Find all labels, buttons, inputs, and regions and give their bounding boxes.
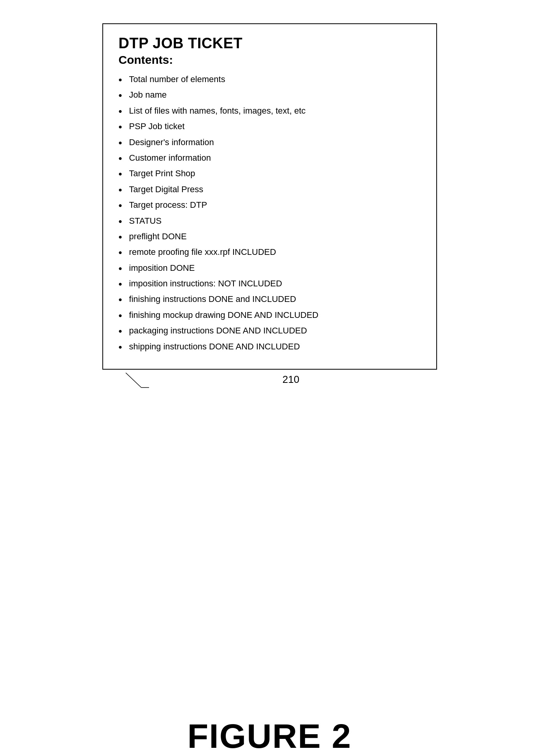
bullet-icon: •	[119, 246, 122, 260]
svg-line-0	[126, 373, 141, 388]
ticket-title: DTP JOB TICKET	[119, 35, 421, 52]
list-item-text: imposition instructions: NOT INCLUDED	[129, 278, 421, 290]
bullet-icon: •	[119, 340, 122, 354]
bullet-icon: •	[119, 309, 122, 323]
list-item: •Designer's information	[119, 137, 421, 150]
list-item: •imposition DONE	[119, 262, 421, 275]
list-item-text: STATUS	[129, 215, 421, 227]
list-item: •Total number of elements	[119, 74, 421, 87]
list-item: •finishing mockup drawing DONE AND INCLU…	[119, 309, 421, 323]
list-item-text: finishing instructions DONE and INCLUDED	[129, 293, 421, 305]
bullet-icon: •	[119, 230, 122, 244]
list-item-text: Customer information	[129, 152, 421, 164]
list-item-text: Target Print Shop	[129, 168, 421, 180]
bullet-icon: •	[119, 104, 122, 118]
bullet-icon: •	[119, 151, 122, 165]
bullet-icon: •	[119, 88, 122, 102]
ticket-box: DTP JOB TICKET Contents: •Total number o…	[102, 23, 437, 370]
figure-label: FIGURE 2	[188, 716, 352, 756]
figure-number: 210	[240, 374, 299, 386]
list-item-text: preflight DONE	[129, 231, 421, 243]
list-item: •preflight DONE	[119, 231, 421, 244]
list-item: •Target Print Shop	[119, 168, 421, 181]
list-item: •remote proofing file xxx.rpf INCLUDED	[119, 246, 421, 260]
page-container: DTP JOB TICKET Contents: •Total number o…	[0, 0, 539, 756]
bullet-icon: •	[119, 198, 122, 212]
number-row: 210	[102, 374, 437, 386]
bullet-icon: •	[119, 214, 122, 228]
list-item-text: finishing mockup drawing DONE AND INCLUD…	[129, 309, 421, 321]
list-item: •Target process: DTP	[119, 199, 421, 212]
list-item: •shipping instructions DONE AND INCLUDED	[119, 341, 421, 354]
ticket-subtitle: Contents:	[119, 53, 421, 67]
ticket-list: •Total number of elements•Job name•List …	[119, 74, 421, 354]
list-item-text: shipping instructions DONE AND INCLUDED	[129, 341, 421, 353]
list-item: •finishing instructions DONE and INCLUDE…	[119, 293, 421, 307]
list-item: •packaging instructions DONE AND INCLUDE…	[119, 325, 421, 338]
list-item-text: Job name	[129, 89, 421, 101]
bullet-icon: •	[119, 136, 122, 150]
list-item: •imposition instructions: NOT INCLUDED	[119, 278, 421, 291]
bullet-icon: •	[119, 324, 122, 338]
list-item-text: imposition DONE	[129, 262, 421, 274]
list-item: •Job name	[119, 89, 421, 102]
figure-label-area: FIGURE 2	[102, 607, 437, 756]
bullet-icon: •	[119, 183, 122, 197]
list-item-text: PSP Job ticket	[129, 121, 421, 133]
list-item-text: Target process: DTP	[129, 199, 421, 211]
bullet-icon: •	[119, 261, 122, 275]
diagonal-line-icon	[102, 373, 149, 388]
list-item: •PSP Job ticket	[119, 121, 421, 134]
bullet-icon: •	[119, 120, 122, 134]
list-item-text: List of files with names, fonts, images,…	[129, 105, 421, 117]
list-item-text: Target Digital Press	[129, 184, 421, 196]
list-item-text: remote proofing file xxx.rpf INCLUDED	[129, 246, 421, 258]
bullet-icon: •	[119, 277, 122, 291]
list-item: •STATUS	[119, 215, 421, 228]
bullet-icon: •	[119, 73, 122, 87]
bullet-icon: •	[119, 167, 122, 181]
list-item-text: Total number of elements	[129, 74, 421, 86]
list-item: •Target Digital Press	[119, 184, 421, 197]
list-item-text: Designer's information	[129, 137, 421, 149]
bottom-section: 210	[102, 370, 437, 386]
list-item-text: packaging instructions DONE AND INCLUDED	[129, 325, 421, 337]
bullet-icon: •	[119, 293, 122, 307]
list-item: •Customer information	[119, 152, 421, 165]
list-item: •List of files with names, fonts, images…	[119, 105, 421, 118]
